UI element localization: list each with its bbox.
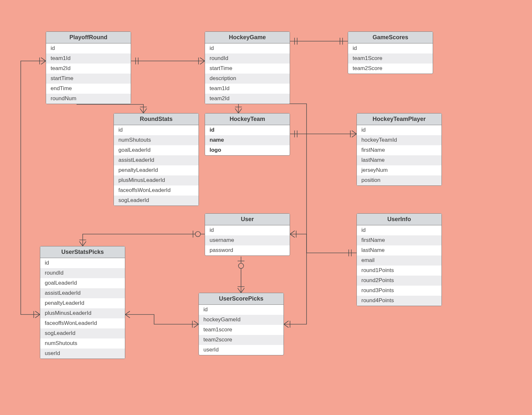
entity-field: plusMinusLeaderId — [114, 175, 199, 185]
svg-line-21 — [235, 109, 238, 113]
entity-title: UserInfo — [357, 214, 441, 225]
entity-field: name — [205, 135, 290, 145]
entity-fields: idteam1Idteam2IdstartTimeendTimeroundNum — [46, 43, 131, 104]
entity-title: GameScores — [348, 32, 433, 43]
entity-field: password — [205, 245, 290, 255]
entity-field: round2Points — [357, 276, 441, 286]
entity-field: roundId — [40, 268, 125, 278]
entity-field: assistLeaderId — [114, 155, 199, 165]
entity-userscorepicks: UserScorePicksidhockeyGameIdteam1scorete… — [199, 293, 284, 355]
svg-line-50 — [284, 324, 288, 327]
entity-title: UserStatsPicks — [40, 246, 125, 258]
entity-field: id — [40, 258, 125, 268]
svg-line-53 — [41, 61, 46, 64]
entity-fields: idnumShutoutsgoalLeaderIdassistLeaderIdp… — [114, 125, 199, 206]
svg-line-59 — [194, 324, 199, 327]
entity-field: id — [205, 125, 290, 135]
entity-playoffround: PlayoffRoundidteam1Idteam2IdstartTimeend… — [46, 31, 131, 104]
entity-field: firstName — [357, 145, 441, 155]
entity-fields: idnamelogo — [205, 125, 290, 155]
entity-field: id — [205, 43, 290, 53]
svg-line-14 — [140, 109, 143, 113]
entity-field: id — [199, 305, 284, 315]
svg-line-31 — [290, 234, 295, 237]
entity-field: roundNum — [46, 94, 131, 104]
entity-field: team2Id — [205, 94, 290, 104]
entity-field: logo — [205, 145, 290, 155]
entity-field: team1Score — [348, 53, 433, 64]
svg-point-35 — [195, 231, 200, 237]
entity-field: faceoffsWonLeaderId — [40, 318, 125, 328]
entity-title: HockeyGame — [205, 32, 290, 43]
entity-title: User — [205, 214, 290, 225]
entity-title: HockeyTeam — [205, 113, 290, 125]
entity-fields: idhockeyTeamIdfirstNamelastNamejerseyNum… — [357, 125, 441, 185]
entity-field: round4Points — [357, 296, 441, 306]
entity-field: roundId — [205, 53, 290, 64]
entity-gamescores: GameScoresidteam1Scoreteam2Score — [348, 31, 433, 74]
entity-hockeyteamplayer: HockeyTeamPlayeridhockeyTeamIdfirstNamel… — [357, 113, 442, 186]
svg-line-56 — [35, 314, 40, 318]
entity-fields: idusernamepassword — [205, 225, 290, 255]
svg-line-4 — [200, 61, 205, 64]
svg-line-22 — [238, 109, 242, 113]
entity-title: RoundStats — [114, 113, 199, 125]
entity-field: description — [205, 74, 290, 84]
entity-fields: idroundIdgoalLeaderIdassistLeaderIdpenal… — [40, 258, 125, 359]
svg-line-55 — [35, 311, 40, 314]
entity-roundstats: RoundStatsidnumShutoutsgoalLeaderIdassis… — [114, 113, 199, 206]
entity-title: HockeyTeamPlayer — [357, 113, 441, 125]
svg-line-62 — [125, 314, 130, 318]
svg-line-37 — [79, 242, 83, 246]
entity-field: startTime — [205, 64, 290, 74]
entity-userinfo: UserInfoidfirstNamelastNameemailround1Po… — [357, 213, 442, 306]
entity-field: round1Points — [357, 266, 441, 276]
entity-field: id — [357, 225, 441, 235]
entity-field: round3Points — [357, 286, 441, 296]
svg-line-61 — [125, 311, 130, 314]
entity-field: id — [348, 43, 433, 53]
entity-title: PlayoffRound — [46, 32, 131, 43]
svg-line-49 — [284, 321, 288, 324]
entity-field: goalLeaderId — [114, 145, 199, 155]
entity-field: penaltyLeaderId — [40, 298, 125, 308]
entity-field: firstName — [357, 235, 441, 245]
entity-field: id — [205, 225, 290, 235]
entity-field: team2score — [199, 335, 284, 345]
entity-field: jerseyNum — [357, 165, 441, 175]
entity-fields: idfirstNamelastNameemailround1Pointsroun… — [357, 225, 441, 306]
svg-line-43 — [238, 288, 241, 293]
svg-line-15 — [143, 109, 147, 113]
entity-field: penaltyLeaderId — [114, 165, 199, 175]
entity-field: startTime — [46, 74, 131, 84]
svg-line-30 — [290, 231, 295, 234]
entity-field: username — [205, 235, 290, 245]
entity-userstatspicks: UserStatsPicksidroundIdgoalLeaderIdassis… — [40, 246, 125, 359]
entity-field: team1Id — [205, 84, 290, 94]
entity-field: id — [46, 43, 131, 53]
svg-line-3 — [200, 58, 205, 61]
entity-field: faceoffsWonLeaderId — [114, 185, 199, 196]
svg-line-44 — [241, 288, 244, 293]
entity-field: team2Id — [46, 64, 131, 74]
entity-field: email — [357, 255, 441, 266]
entity-fields: idhockeyGameIdteam1scoreteam2scoreuserId — [199, 305, 284, 355]
entity-field: plusMinusLeaderId — [40, 308, 125, 318]
entity-field: team1score — [199, 325, 284, 335]
entity-title: UserScorePicks — [199, 293, 284, 305]
entity-field: hockeyTeamId — [357, 135, 441, 145]
entity-hockeygame: HockeyGameidroundIdstartTimedescriptiont… — [205, 31, 290, 104]
entity-field: lastName — [357, 245, 441, 255]
entity-field: id — [114, 125, 199, 135]
entity-field: team1Id — [46, 53, 131, 64]
entity-field: endTime — [46, 84, 131, 94]
entity-field: sogLeaderId — [114, 196, 199, 206]
entity-field: position — [357, 175, 441, 185]
svg-line-52 — [41, 58, 46, 61]
entity-fields: idteam1Scoreteam2Score — [348, 43, 433, 74]
entity-field: userId — [199, 345, 284, 355]
entity-user: Useridusernamepassword — [205, 213, 290, 256]
entity-field: lastName — [357, 155, 441, 165]
svg-line-58 — [194, 321, 199, 324]
entity-field: hockeyGameId — [199, 315, 284, 325]
